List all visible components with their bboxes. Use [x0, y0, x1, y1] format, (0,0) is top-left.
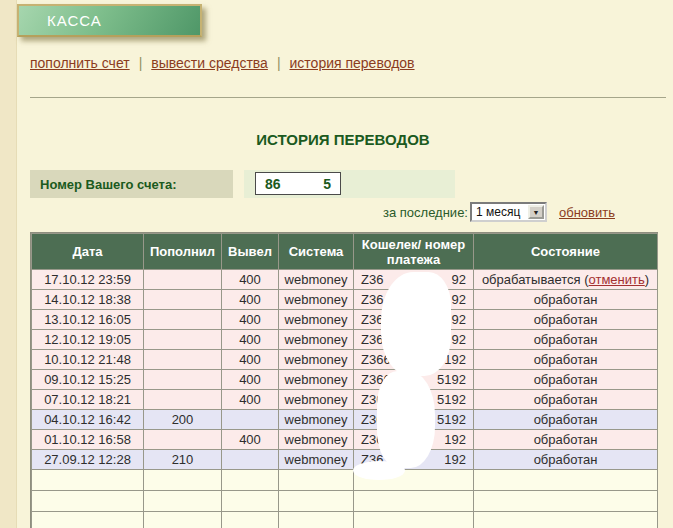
empty-table-row — [32, 491, 658, 512]
period-select-value: 1 месяц — [472, 205, 528, 219]
nav-separator: | — [277, 55, 281, 71]
cell-system: webmoney — [279, 270, 354, 290]
empty-cell — [279, 491, 354, 512]
empty-cell — [144, 491, 222, 512]
nav-link-history[interactable]: история переводов — [290, 55, 415, 71]
cell-date: 12.10.12 19:05 — [32, 330, 144, 350]
empty-cell — [354, 491, 474, 512]
cell-withdraw: 400 — [222, 390, 279, 410]
cell-date: 14.10.12 18:38 — [32, 290, 144, 310]
empty-cell — [222, 470, 279, 491]
cell-date: 17.10.12 23:59 — [32, 270, 144, 290]
empty-cell — [32, 512, 144, 528]
period-select[interactable]: 1 месяц ▼ — [470, 202, 547, 222]
banner-title: КАССА — [47, 12, 102, 29]
cell-deposit — [144, 290, 222, 310]
cancel-link[interactable]: отменить — [589, 272, 645, 287]
table-header-row: ДатаПополнилВывелСистемаКошелек/ номер п… — [32, 234, 658, 270]
cell-deposit: 210 — [144, 450, 222, 470]
cell-system: webmoney — [279, 450, 354, 470]
kassa-page: КАССА пополнить счет|вывести средства|ис… — [0, 0, 673, 528]
chevron-down-icon[interactable]: ▼ — [528, 205, 544, 219]
nav-link-withdraw[interactable]: вывести средства — [151, 55, 268, 71]
table-row: 12.10.12 19:05400webmoneyZ36092обработан — [32, 330, 658, 350]
table-row: 07.10.12 18:21400webmoneyZ3665192обработ… — [32, 390, 658, 410]
cell-system: webmoney — [279, 410, 354, 430]
history-table: ДатаПополнилВывелСистемаКошелек/ номер п… — [30, 232, 658, 528]
wallet-visible-prefix: Z36 — [361, 292, 383, 307]
table-row: 01.10.12 16:58400webmoneyZ36192обработан — [32, 430, 658, 450]
table-row: 09.10.12 15:25400webmoneyZ3665192обработ… — [32, 370, 658, 390]
cell-date: 27.09.12 12:28 — [32, 450, 144, 470]
wallet-visible-suffix: 192 — [444, 452, 466, 467]
cell-date: 10.10.12 21:48 — [32, 350, 144, 370]
cell-withdraw: 400 — [222, 270, 279, 290]
cell-deposit — [144, 270, 222, 290]
cell-system: webmoney — [279, 350, 354, 370]
account-number-input[interactable]: 86 5 — [255, 172, 341, 195]
col-header-status: Состояние — [474, 234, 658, 270]
cell-withdraw: 400 — [222, 350, 279, 370]
wallet-visible-suffix: 5192 — [437, 392, 466, 407]
transfers-table: ДатаПополнилВывелСистемаКошелек/ номер п… — [31, 233, 658, 528]
cell-status: обработан — [474, 390, 658, 410]
col-header-wallet: Кошелек/ номер платежа — [354, 234, 474, 270]
wallet-visible-suffix: 92 — [452, 312, 466, 327]
empty-cell — [144, 470, 222, 491]
cell-withdraw — [222, 410, 279, 430]
censor-blob — [381, 272, 451, 376]
account-number-label: Номер Вашего счета: — [30, 170, 233, 198]
table-row: 13.10.12 16:05400webmoneyZ3692обработан — [32, 310, 658, 330]
cell-withdraw: 400 — [222, 370, 279, 390]
cell-status: обработан — [474, 370, 658, 390]
table-row: 27.09.12 12:28210webmoneyZ36192обработан — [32, 450, 658, 470]
cell-withdraw — [222, 450, 279, 470]
account-number-visible-prefix: 86 — [265, 176, 281, 192]
cell-deposit — [144, 330, 222, 350]
cell-system: webmoney — [279, 430, 354, 450]
table-row: 14.10.12 18:38400webmoneyZ3692обработан — [32, 290, 658, 310]
cell-status: обработан — [474, 430, 658, 450]
wallet-visible-suffix: 5192 — [437, 412, 466, 427]
empty-cell — [222, 491, 279, 512]
page-title: ИСТОРИЯ ПЕРЕВОДОВ — [30, 131, 656, 148]
table-row: 10.10.12 21:48400webmoneyZ366192обработа… — [32, 350, 658, 370]
cell-date: 01.10.12 16:58 — [32, 430, 144, 450]
wallet-visible-suffix: 92 — [452, 292, 466, 307]
left-margin-strip — [0, 0, 17, 528]
table-row: 17.10.12 23:59400webmoneyZ3692обрабатыва… — [32, 270, 658, 290]
col-header-system: Система — [279, 234, 354, 270]
nav-separator: | — [139, 55, 143, 71]
col-header-withdraw: Вывел — [222, 234, 279, 270]
cell-status: обработан — [474, 290, 658, 310]
cell-deposit — [144, 350, 222, 370]
empty-table-row — [32, 470, 658, 491]
nav-link-topup[interactable]: пополнить счет — [30, 55, 130, 71]
wallet-visible-suffix: 192 — [444, 432, 466, 447]
cell-withdraw: 400 — [222, 430, 279, 450]
cell-status: обработан — [474, 450, 658, 470]
cell-withdraw: 400 — [222, 310, 279, 330]
kassa-banner: КАССА — [17, 4, 202, 37]
cell-status: обработан — [474, 410, 658, 430]
empty-cell — [474, 470, 658, 491]
cell-date: 13.10.12 16:05 — [32, 310, 144, 330]
cell-system: webmoney — [279, 330, 354, 350]
cell-withdraw: 400 — [222, 290, 279, 310]
wallet-visible-prefix: Z36 — [361, 272, 383, 287]
wallet-visible-suffix: 92 — [452, 332, 466, 347]
refresh-link[interactable]: обновить — [559, 205, 615, 220]
empty-cell — [474, 512, 658, 528]
cell-deposit — [144, 430, 222, 450]
cell-system: webmoney — [279, 290, 354, 310]
horizontal-divider — [30, 97, 666, 98]
col-header-deposit: Пополнил — [144, 234, 222, 270]
empty-cell — [144, 512, 222, 528]
censor-blob — [353, 461, 405, 480]
empty-cell — [474, 491, 658, 512]
empty-cell — [32, 470, 144, 491]
cell-system: webmoney — [279, 370, 354, 390]
empty-table-row — [32, 512, 658, 528]
cell-date: 09.10.12 15:25 — [32, 370, 144, 390]
cell-deposit — [144, 390, 222, 410]
